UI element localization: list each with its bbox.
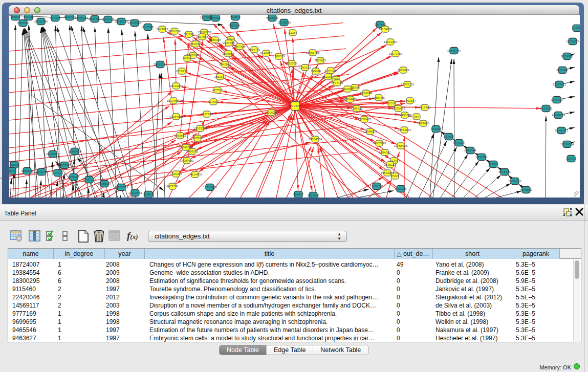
- svg-text:15751074: 15751074: [566, 40, 580, 43]
- svg-text:14136141: 14136141: [370, 185, 384, 188]
- svg-text:9146821: 9146821: [260, 52, 272, 55]
- svg-text:7386322: 7386322: [351, 107, 363, 110]
- svg-text:10719185: 10719185: [115, 20, 128, 23]
- svg-text:13226058: 13226058: [198, 31, 211, 34]
- svg-text:9860124: 9860124: [168, 30, 181, 33]
- svg-text:7663822: 7663822: [156, 28, 168, 31]
- svg-text:3624554: 3624554: [360, 92, 372, 95]
- svg-text:9242845: 9242845: [219, 63, 231, 66]
- svg-text:12213967: 12213967: [384, 40, 398, 43]
- svg-text:1498242: 1498242: [186, 150, 199, 153]
- svg-text:977163: 977163: [50, 16, 61, 19]
- svg-text:17016504: 17016504: [560, 143, 574, 146]
- svg-text:1156829: 1156829: [21, 169, 34, 172]
- svg-text:10654112: 10654112: [508, 180, 522, 183]
- svg-text:1527602: 1527602: [89, 17, 101, 20]
- svg-text:904512: 904512: [143, 193, 154, 196]
- svg-text:98961: 98961: [183, 57, 192, 60]
- svg-text:19654985: 19654985: [169, 115, 183, 118]
- svg-text:12923443: 12923443: [128, 191, 142, 194]
- svg-text:10025433: 10025433: [391, 107, 405, 110]
- svg-text:13495758: 13495758: [398, 114, 412, 117]
- svg-text:16671355: 16671355: [128, 21, 142, 25]
- svg-text:165001: 165001: [9, 163, 20, 166]
- svg-text:10688609: 10688609: [363, 130, 377, 133]
- svg-text:19384554: 19384554: [309, 138, 322, 141]
- svg-text:39157: 39157: [9, 169, 16, 172]
- svg-text:10975887: 10975887: [58, 164, 72, 167]
- svg-text:2367608: 2367608: [233, 45, 246, 48]
- svg-text:165001: 165001: [10, 15, 21, 18]
- svg-text:10756928: 10756928: [394, 144, 408, 147]
- svg-text:832203: 832203: [287, 62, 297, 65]
- svg-text:16543382: 16543382: [189, 42, 203, 46]
- svg-text:8215955: 8215955: [540, 107, 552, 110]
- svg-text:2505115: 2505115: [68, 176, 80, 179]
- svg-text:14099489: 14099489: [180, 159, 194, 162]
- svg-text:891295: 891295: [184, 33, 194, 36]
- svg-text:6497508: 6497508: [341, 87, 354, 91]
- svg-text:2718176: 2718176: [176, 70, 188, 73]
- svg-text:10107552: 10107552: [167, 99, 181, 102]
- svg-text:9899695: 9899695: [417, 122, 429, 125]
- svg-text:912644: 912644: [230, 15, 241, 18]
- svg-text:9684067: 9684067: [379, 151, 391, 154]
- svg-text:20206576: 20206576: [46, 152, 60, 156]
- svg-text:16154808: 16154808: [379, 28, 393, 31]
- svg-text:10807487: 10807487: [372, 96, 386, 99]
- svg-text:732621: 732621: [488, 163, 499, 166]
- svg-text:9245652: 9245652: [520, 188, 532, 191]
- svg-text:16961758: 16961758: [306, 51, 320, 54]
- svg-text:587833: 587833: [192, 137, 203, 140]
- svg-text:14914479: 14914479: [188, 173, 202, 176]
- svg-text:18807249: 18807249: [373, 142, 386, 145]
- svg-text:9457791: 9457791: [166, 185, 179, 188]
- svg-text:1097543: 1097543: [307, 194, 319, 197]
- svg-text:1294275: 1294275: [35, 170, 48, 173]
- svg-text:12975115: 12975115: [401, 83, 415, 86]
- svg-text:427552: 427552: [212, 89, 223, 92]
- svg-text:8471676: 8471676: [498, 170, 511, 173]
- svg-text:28053346: 28053346: [154, 63, 167, 66]
- svg-text:7515546: 7515546: [142, 26, 154, 29]
- svg-text:62160: 62160: [387, 102, 396, 105]
- svg-text:1733426: 1733426: [395, 187, 407, 190]
- svg-text:16648784: 16648784: [447, 49, 461, 52]
- svg-text:1362615: 1362615: [299, 66, 311, 69]
- svg-text:164095: 164095: [431, 127, 442, 130]
- svg-text:9327505: 9327505: [223, 41, 235, 45]
- svg-text:25223: 25223: [391, 174, 400, 178]
- svg-text:12213383: 12213383: [169, 84, 183, 87]
- svg-text:12093872: 12093872: [553, 83, 567, 86]
- svg-text:17957223: 17957223: [82, 178, 96, 181]
- svg-text:15692971: 15692971: [555, 129, 569, 132]
- svg-text:1205572: 1205572: [17, 21, 29, 25]
- svg-text:9129966: 9129966: [561, 55, 573, 58]
- svg-text:2803144: 2803144: [214, 75, 226, 78]
- svg-text:964: 964: [414, 115, 420, 118]
- svg-text:10653287: 10653287: [75, 16, 89, 19]
- svg-text:9474444: 9474444: [464, 149, 476, 152]
- svg-text:9463627: 9463627: [404, 99, 416, 102]
- svg-text:19218506: 19218506: [277, 21, 291, 24]
- svg-text:3875685: 3875685: [222, 52, 234, 55]
- svg-text:15720407: 15720407: [358, 118, 372, 121]
- svg-text:16782759: 16782759: [115, 186, 128, 189]
- svg-text:1916682: 1916682: [174, 134, 186, 137]
- svg-text:9827509: 9827509: [196, 35, 208, 38]
- svg-text:3267110: 3267110: [201, 113, 213, 116]
- svg-text:2687682: 2687682: [374, 23, 386, 26]
- svg-text:1588520: 1588520: [273, 55, 285, 58]
- svg-text:10958107: 10958107: [98, 182, 112, 185]
- svg-text:7485003: 7485003: [397, 69, 409, 72]
- svg-text:8186328: 8186328: [209, 38, 221, 41]
- svg-text:1615112: 1615112: [384, 163, 397, 166]
- svg-text:8813054: 8813054: [266, 16, 278, 19]
- svg-text:20364436: 20364436: [343, 98, 357, 101]
- svg-text:10973493: 10973493: [389, 52, 403, 55]
- svg-text:1244413: 1244413: [551, 98, 563, 101]
- svg-text:114514: 114514: [53, 171, 63, 174]
- svg-text:7357224: 7357224: [228, 24, 241, 27]
- svg-text:917004: 917004: [208, 100, 219, 103]
- svg-text:9115460: 9115460: [419, 106, 431, 109]
